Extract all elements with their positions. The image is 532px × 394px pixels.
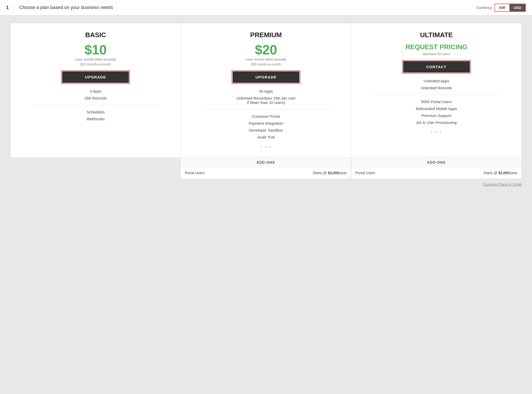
premium-feature-5: Developer Sandbox [249, 128, 283, 132]
premium-features: 50 Apps Unlimited Records(or 25K per use… [187, 89, 345, 150]
addons-row: ADD-ONS Portal Users Starts @ $3,000/yea… [10, 158, 522, 179]
premium-feature-4: Payment Integration [249, 121, 283, 125]
top-bar: 1 Choose a plan based on your business n… [0, 0, 532, 15]
basic-feature-1: 3 Apps [90, 89, 101, 93]
basic-feature-4: Webhooks [87, 117, 105, 121]
ultimate-feature-3: 5000 Portal Users [421, 100, 452, 104]
plan-ultimate-name: ULTIMATE [420, 31, 453, 39]
addon-premium-value: Starts @ $3,000/year [313, 171, 347, 175]
premium-feature-6: Audit Trial [258, 135, 275, 139]
ultimate-feature-4: Rebranded Mobile Apps [416, 106, 457, 111]
ultimate-feature-1: Unlimited Apps [424, 79, 449, 83]
plan-premium-price: $20 [255, 43, 277, 56]
addon-ultimate-value: Starts @ $3,000/year [483, 171, 518, 175]
currency-section: Currency INR USD [476, 4, 526, 12]
basic-upgrade-button[interactable]: UPGRADE [62, 71, 129, 83]
premium-feature-3: Customer Portal [252, 114, 280, 119]
ultimate-divider [373, 95, 500, 95]
ultimate-features: Unlimited Apps Unlimited Records 5000 Po… [357, 79, 515, 135]
plans-container: BASIC $10 /user /month billed annually $… [10, 23, 522, 158]
addons-premium: ADD-ONS Portal Users Starts @ $3,000/yea… [180, 158, 351, 179]
plan-basic: BASIC $10 /user /month billed annually $… [11, 23, 181, 157]
basic-divider [32, 105, 159, 105]
addons-basic-spacer [10, 158, 180, 179]
addons-ultimate: ADD-ONS Portal Users Starts @ $3,000/yea… [351, 158, 522, 179]
compare-link-row: Compare Plans in Detail [10, 179, 522, 188]
ultimate-contact-button[interactable]: CONTACT [403, 61, 470, 73]
main-content: BASIC $10 /user /month billed annually $… [0, 15, 532, 195]
plan-basic-price: $10 [84, 43, 107, 56]
addons-premium-portal-users: Portal Users Starts @ $3,000/year [181, 167, 351, 179]
plan-premium: PREMIUM $20 /user /month billed annually… [181, 23, 352, 157]
premium-more-dots: • • • [260, 144, 272, 150]
compare-plans-link[interactable]: Compare Plans in Detail [483, 182, 522, 186]
addons-ultimate-header: ADD-ONS [351, 158, 521, 167]
ultimate-feature-5: Premium Support [421, 113, 451, 118]
ultimate-feature-6: AD & User Provisioning [416, 120, 457, 125]
plan-ultimate-min-users: Minimum 50 users [423, 52, 450, 56]
plan-basic-price-sub: /user /month billed annually [75, 57, 116, 61]
plan-premium-name: PREMIUM [250, 31, 282, 39]
currency-label: Currency [476, 5, 492, 10]
step-number: 1 [6, 5, 14, 10]
plan-basic-price-alt: $15 month-to-month [81, 62, 111, 66]
currency-usd-button[interactable]: USD [509, 4, 525, 11]
premium-upgrade-button[interactable]: UPGRADE [233, 71, 299, 83]
addons-ultimate-portal-users: Portal Users Starts @ $3,000/year [351, 167, 521, 179]
plan-ultimate: ULTIMATE REQUEST PRICING Minimum 50 user… [351, 23, 521, 157]
plan-premium-price-alt: $30 month-to-month [251, 62, 281, 66]
addon-ultimate-label: Portal Users [355, 171, 375, 175]
ultimate-more-dots: • • • [431, 130, 442, 135]
page-title: Choose a plan based on your business nee… [19, 5, 471, 10]
currency-toggle: INR USD [495, 4, 526, 12]
plan-ultimate-request-pricing: REQUEST PRICING [405, 43, 467, 51]
plan-basic-name: BASIC [85, 31, 106, 39]
premium-feature-1: 50 Apps [259, 89, 273, 93]
plan-premium-price-sub: /user /month billed annually [246, 57, 286, 61]
basic-feature-2: 25K Records [84, 96, 107, 100]
addon-premium-label: Portal Users [185, 171, 205, 175]
premium-divider [203, 109, 329, 110]
ultimate-feature-2: Unlimited Records [421, 86, 452, 90]
basic-features: 3 Apps 25K Records Schedules Webhooks [17, 89, 175, 121]
currency-inr-button[interactable]: INR [495, 4, 509, 11]
addons-premium-header: ADD-ONS [181, 158, 351, 167]
basic-feature-3: Schedules [87, 110, 104, 114]
premium-feature-2: Unlimited Records(or 25K per user if few… [235, 96, 297, 105]
